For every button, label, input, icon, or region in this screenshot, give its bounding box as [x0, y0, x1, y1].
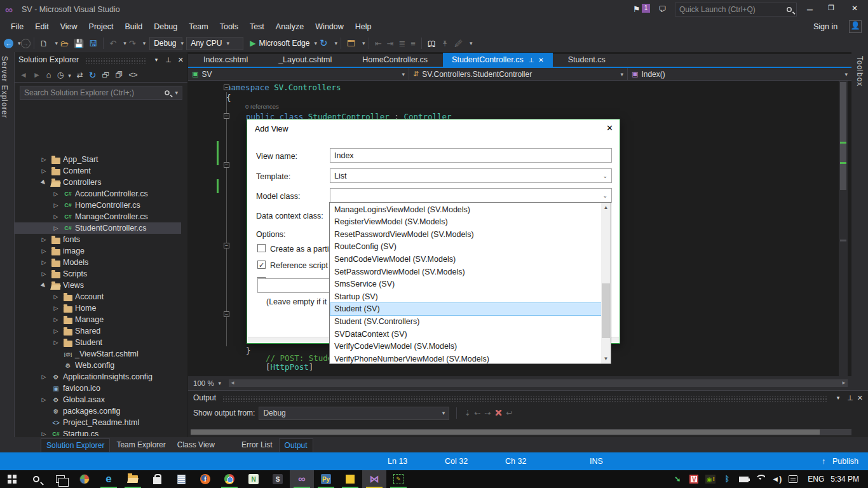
- checkbox-unchecked[interactable]: [257, 244, 266, 252]
- checkbox-checked[interactable]: ✓: [257, 261, 266, 269]
- nvidia[interactable]: ◉!: [702, 470, 719, 488]
- model-option[interactable]: VerifyCodeViewModel (SV.Models): [330, 341, 602, 353]
- find-in-files-icon[interactable]: 🗔: [347, 39, 355, 48]
- tab-student.cs[interactable]: Student.cs: [553, 53, 621, 67]
- tree-item-favicon.ico[interactable]: ▣favicon.ico: [15, 383, 181, 394]
- tree-item-scripts[interactable]: ▷Scripts: [15, 268, 181, 280]
- goto-prev-icon[interactable]: ⇠: [474, 409, 480, 417]
- navigate-back-icon[interactable]: ←: [4, 39, 13, 48]
- find-message-icon[interactable]: ⇣: [464, 409, 470, 417]
- menu-tools[interactable]: Tools: [214, 20, 244, 33]
- model-option[interactable]: SmsService (SV): [330, 278, 602, 290]
- tree-item-web.config[interactable]: ⚙Web.config: [15, 360, 181, 371]
- start-button[interactable]: [0, 470, 24, 488]
- tree-item-fonts[interactable]: ▷fonts: [15, 234, 181, 245]
- model-class-select[interactable]: ⌄: [330, 188, 612, 203]
- indent-increase-icon[interactable]: ⇥: [387, 39, 394, 48]
- menu-team[interactable]: Team: [183, 20, 214, 33]
- member-dropdown[interactable]: ▣ Index()▾: [628, 68, 851, 80]
- tree-item-home[interactable]: ▷Home: [15, 302, 181, 314]
- menu-view[interactable]: View: [55, 20, 83, 33]
- view-name-input[interactable]: Index: [330, 148, 612, 163]
- expand-arrow-icon[interactable]: ▷: [41, 396, 47, 403]
- dialog-close-icon[interactable]: ✕: [606, 123, 613, 133]
- bottom-tab-output[interactable]: Output: [279, 438, 313, 452]
- redo-dropdown[interactable]: ▾: [143, 40, 146, 46]
- toolbox-tab[interactable]: Toolbox: [855, 52, 864, 86]
- tab-pin-icon[interactable]: ⊥: [529, 57, 534, 64]
- refresh-tree-icon[interactable]: ↻: [89, 70, 97, 80]
- expand-arrow-icon[interactable]: ▷: [53, 214, 59, 220]
- tree-item-startup.cs[interactable]: ▷C#Startup.cs: [15, 428, 181, 436]
- tree-item-student[interactable]: ▷Student: [15, 337, 181, 348]
- store[interactable]: [145, 470, 169, 488]
- pending-changes-icon[interactable]: ◷▾: [57, 71, 71, 79]
- panel-menu-chevron[interactable]: ▾: [155, 57, 158, 63]
- account-avatar[interactable]: 👤: [849, 20, 862, 33]
- expand-arrow-icon[interactable]: ▷: [53, 191, 59, 197]
- tab-close-icon[interactable]: ✕: [538, 57, 543, 64]
- browser-dropdown[interactable]: ▾: [314, 40, 317, 46]
- firefox[interactable]: f: [193, 470, 217, 488]
- menu-project[interactable]: Project: [83, 20, 119, 33]
- navigate-forward-icon[interactable]: →: [21, 39, 31, 48]
- zoom-dropdown[interactable]: 100 %▾: [191, 377, 225, 389]
- publish-arrow-icon[interactable]: ↑: [822, 457, 825, 466]
- menu-debug[interactable]: Debug: [148, 20, 183, 33]
- codelens-references[interactable]: 0 references: [245, 103, 279, 110]
- redo-icon[interactable]: ↷: [129, 39, 136, 48]
- edge[interactable]: e: [97, 470, 121, 488]
- fold-toggle[interactable]: −: [224, 113, 229, 119]
- tab-_layout.cshtml[interactable]: _Layout.cshtml: [263, 53, 347, 67]
- chrome[interactable]: [217, 470, 241, 488]
- task-view-button[interactable]: [48, 470, 72, 488]
- tree-item-packages.config[interactable]: ⚙packages.config: [15, 405, 181, 417]
- fold-toggle[interactable]: −: [224, 243, 229, 248]
- word-wrap-icon[interactable]: ↩: [506, 409, 513, 417]
- debug-target-dropdown[interactable]: Debug▾: [149, 37, 182, 50]
- sync-icon[interactable]: ⇄: [77, 71, 83, 79]
- type-dropdown[interactable]: ⇵ SV.Controllers.StudentController▾: [409, 68, 628, 80]
- goto-next-icon[interactable]: ⇢: [485, 409, 491, 417]
- tree-item-manage[interactable]: ▷Manage: [15, 314, 181, 325]
- model-option[interactable]: RouteConfig (SV): [330, 241, 602, 253]
- menu-help[interactable]: Help: [349, 20, 377, 33]
- expand-arrow-icon[interactable]: ▷: [41, 168, 47, 174]
- template-select[interactable]: List⌄: [330, 168, 612, 183]
- refresh-dropdown[interactable]: ▾: [335, 40, 338, 46]
- bottom-tab-error-list[interactable]: Error List: [236, 438, 278, 452]
- scroll-down-icon[interactable]: ▼: [601, 356, 611, 362]
- menu-build[interactable]: Build: [119, 20, 148, 33]
- output-hscrollbar[interactable]: [191, 429, 851, 435]
- expand-arrow-icon[interactable]: ▷: [41, 248, 47, 254]
- scroll-right-icon[interactable]: ►: [841, 380, 846, 386]
- comment-icon[interactable]: ≣: [398, 39, 405, 48]
- model-option[interactable]: ManageLoginsViewModel (SV.Models): [330, 203, 602, 215]
- minimize-button[interactable]: –: [807, 4, 813, 15]
- scroll-left-icon[interactable]: ◄: [230, 380, 235, 386]
- tree-item-models[interactable]: ▷Models: [15, 257, 181, 268]
- sticky-notes[interactable]: [338, 470, 362, 488]
- find-dropdown[interactable]: ▾: [362, 40, 365, 46]
- listbox-scrollbar[interactable]: ▲ ▼: [601, 203, 611, 363]
- ssms[interactable]: ✎: [386, 470, 410, 488]
- tree-item-project_readme.html[interactable]: <>Project_Readme.html: [15, 417, 181, 428]
- menu-window[interactable]: Window: [309, 20, 349, 33]
- expand-arrow-icon[interactable]: ▷: [41, 374, 47, 380]
- language-indicator[interactable]: ENG: [808, 475, 824, 484]
- collapse-all-icon[interactable]: 🗗: [102, 71, 109, 79]
- publish-button[interactable]: Publish: [832, 457, 858, 466]
- solution-search-box[interactable]: Search Solution Explorer (Ctrl+;) ▾: [20, 86, 182, 100]
- tab-studentcontroller.cs[interactable]: StudentController.cs⊥✕: [443, 53, 553, 67]
- wifi[interactable]: [752, 470, 768, 488]
- tab-homecontroller.cs[interactable]: HomeController.cs: [347, 53, 443, 67]
- save-icon[interactable]: 💾: [74, 39, 84, 48]
- expand-arrow-icon[interactable]: ▷: [53, 316, 59, 323]
- tree-item-shared[interactable]: ▷Shared: [15, 325, 181, 337]
- notification-badge[interactable]: 1: [642, 4, 650, 13]
- ebook-reader[interactable]: S: [266, 470, 290, 488]
- quick-launch-box[interactable]: Quick Launch (Ctrl+Q): [675, 3, 797, 17]
- clear-all-icon[interactable]: 🗙: [495, 409, 503, 417]
- navigate-back-dropdown[interactable]: ▾: [18, 40, 21, 46]
- menu-test[interactable]: Test: [244, 20, 270, 33]
